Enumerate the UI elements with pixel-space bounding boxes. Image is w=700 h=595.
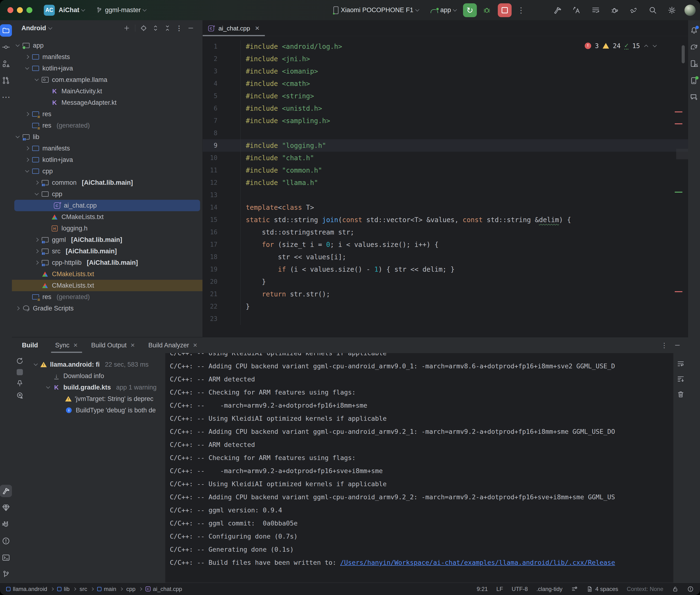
todo-list-button[interactable] [589, 4, 603, 17]
running-devices-button[interactable] [688, 74, 700, 87]
tree-row[interactable]: res(generated) [12, 120, 202, 131]
hide-panel-icon[interactable] [187, 25, 194, 32]
scroll-to-end-icon[interactable] [677, 375, 685, 383]
tree-row[interactable]: CMakeLists.txt [12, 280, 202, 291]
tree-row[interactable]: app [12, 40, 202, 51]
chevron-right-icon[interactable] [35, 261, 39, 265]
chevron-down-icon[interactable] [34, 362, 38, 366]
chevron-right-icon[interactable] [35, 238, 39, 242]
build-project-button[interactable] [551, 4, 564, 17]
re-sync-icon[interactable] [16, 357, 24, 365]
debug-button[interactable] [480, 4, 494, 17]
next-issue-icon[interactable] [653, 43, 657, 47]
gemini-button[interactable] [688, 91, 700, 103]
logcat-tool-button[interactable] [0, 518, 12, 531]
chevron-right-icon[interactable] [25, 55, 29, 59]
vcs-branch-widget[interactable]: ggml-master [95, 6, 146, 14]
encoding-widget[interactable]: UTF-8 [512, 586, 528, 592]
user-avatar[interactable] [684, 4, 696, 16]
tab-build-output[interactable]: Build Output ✕ [85, 338, 141, 353]
chevron-right-icon[interactable] [25, 146, 29, 150]
tree-row[interactable]: ggml[AiChat.lib.main] [12, 234, 202, 246]
rerun-button[interactable]: ↻ [463, 3, 477, 17]
tree-row[interactable]: src[AiChat.lib.main] [12, 246, 202, 257]
project-widget[interactable]: AC AiChat [44, 5, 85, 16]
close-tab-icon[interactable]: ✕ [73, 342, 78, 348]
tree-row[interactable]: ai_chat.cpp [14, 200, 200, 211]
clang-tidy-widget[interactable]: .clang-tidy [536, 586, 562, 592]
line-ending-widget[interactable]: LF [496, 586, 503, 592]
ai-actions-button[interactable] [570, 4, 583, 17]
chevron-down-icon[interactable] [46, 385, 50, 389]
error-highlighting-widget[interactable] [687, 586, 694, 592]
clear-console-icon[interactable] [677, 390, 685, 398]
chevron-right-icon[interactable] [35, 181, 39, 185]
context-widget[interactable]: Context: None [627, 586, 663, 592]
chevron-down-icon[interactable] [25, 66, 29, 70]
tree-row[interactable]: res(generated) [12, 291, 202, 303]
tree-row[interactable]: common[AiChat.lib.main] [12, 177, 202, 188]
close-window-button[interactable] [7, 7, 13, 13]
chevron-down-icon[interactable] [25, 169, 29, 173]
tree-row[interactable]: cpp [12, 188, 202, 200]
tree-row[interactable]: build.gradle.ktsapp 1 warning [28, 382, 165, 393]
tree-row[interactable]: Download info [28, 370, 165, 382]
tab-sync[interactable]: Sync ✕ [50, 338, 84, 353]
chevron-right-icon[interactable] [25, 158, 29, 162]
tree-row[interactable]: com.example.llama [12, 74, 202, 85]
filter-icon[interactable] [16, 391, 24, 399]
breadcrumb-item[interactable]: main [97, 586, 116, 592]
app-quality-insights-button[interactable] [0, 502, 12, 514]
expand-all-icon[interactable] [152, 25, 159, 32]
error-stripe[interactable] [676, 36, 688, 337]
close-tab-icon[interactable]: ✕ [130, 342, 135, 348]
breadcrumb-item[interactable]: lib [57, 586, 69, 592]
tree-row[interactable]: logging.h [12, 223, 202, 234]
breadcrumb-item[interactable]: cpp [126, 586, 136, 592]
locate-file-icon[interactable] [140, 25, 147, 32]
problems-tool-button[interactable] [0, 535, 12, 547]
tree-row[interactable]: Gradle Scripts [12, 303, 202, 314]
terminal-tool-button[interactable] [0, 551, 12, 564]
commit-tool-button[interactable] [0, 41, 12, 53]
tree-row[interactable]: lib [12, 131, 202, 143]
tree-row[interactable]: CMakeLists.txt [12, 268, 202, 280]
chevron-right-icon[interactable] [25, 112, 29, 116]
tree-row[interactable]: cpp-httplib[AiChat.lib.main] [12, 257, 202, 268]
notifications-button[interactable] [688, 24, 700, 37]
ai-transform-button[interactable] [627, 4, 640, 17]
pin-icon[interactable] [16, 379, 24, 387]
profiler-button[interactable] [608, 4, 621, 17]
tree-row[interactable]: 'jvmTarget: String' is deprec [28, 393, 165, 404]
device-selector[interactable]: Xiaomi POCOPHONE F1 [333, 6, 419, 14]
run-configuration-selector[interactable]: app [430, 6, 456, 14]
build-console[interactable]: C/C++: -- Using KleidiAI optimized kerne… [165, 353, 673, 583]
tree-row[interactable]: MainActivity.kt [12, 85, 202, 97]
editor-scrollbar-thumb[interactable] [682, 45, 685, 63]
chevron-down-icon[interactable] [35, 77, 39, 81]
tree-row[interactable]: manifests [12, 143, 202, 154]
chevron-right-icon[interactable] [16, 306, 20, 310]
more-options-icon[interactable]: ⋮ [661, 341, 668, 349]
more-run-actions-button[interactable]: ⋮ [515, 6, 527, 15]
stop-sync-icon[interactable] [17, 369, 23, 375]
settings-button[interactable] [665, 4, 678, 17]
tree-row[interactable]: llama.android: fi22 sec, 583 ms [28, 359, 165, 370]
tree-row[interactable]: MessageAdapter.kt [12, 97, 202, 108]
tab-build-analyzer[interactable]: Build Analyzer ✕ [143, 338, 203, 353]
stop-button[interactable] [498, 3, 512, 17]
device-manager-button[interactable] [688, 58, 700, 70]
build-tool-button[interactable] [0, 485, 12, 497]
tree-row[interactable]: kotlin+java [12, 154, 202, 166]
version-control-tool-button[interactable] [0, 568, 12, 580]
tree-row[interactable]: manifests [12, 51, 202, 63]
structure-tool-button[interactable] [0, 58, 12, 70]
formatter-widget[interactable] [571, 586, 578, 592]
editor-tab[interactable]: ai_chat.cpp ✕ [203, 21, 265, 36]
add-icon[interactable] [123, 25, 130, 32]
chevron-down-icon[interactable] [35, 192, 39, 196]
code-editor[interactable]: 1#include <android/log.h>2#include <jni.… [203, 36, 688, 337]
minimize-window-button[interactable] [17, 7, 23, 13]
breadcrumb-item[interactable]: ai_chat.cpp [145, 586, 182, 592]
inspections-widget[interactable]: ! 3 24 ✓ 15 [585, 42, 657, 50]
